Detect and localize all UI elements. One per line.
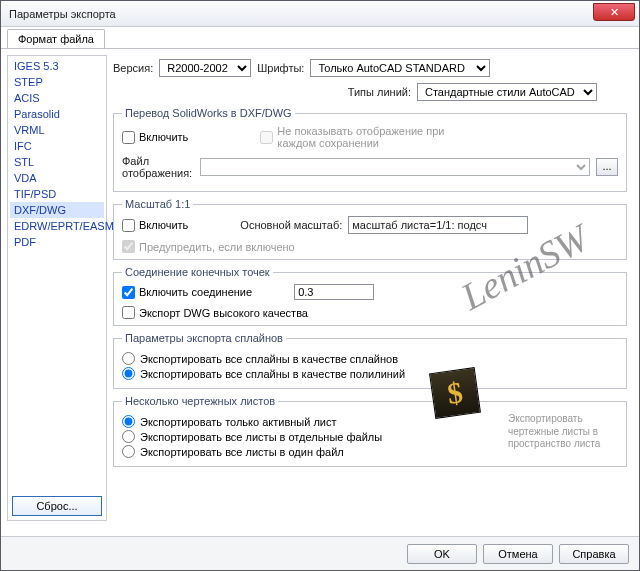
sheets-active-only-radio[interactable]: Экспортировать только активный лист: [122, 415, 498, 428]
base-scale-label: Основной масштаб:: [240, 219, 342, 231]
tabstrip: Формат файла: [1, 27, 639, 49]
group-endpoints: Соединение конечных точек Включить соеди…: [113, 266, 627, 326]
titlebar: Параметры экспорта ✕: [1, 1, 639, 27]
sidebar-item-vda[interactable]: VDA: [10, 170, 104, 186]
scale-warn-checkbox: Предупредить, если включено: [122, 240, 618, 253]
format-list: IGES 5.3STEPACISParasolidVRMLIFCSTLVDATI…: [8, 56, 106, 492]
group-endpoints-legend: Соединение конечных точек: [122, 266, 273, 278]
group-translate-legend: Перевод SolidWorks в DXF/DWG: [122, 107, 295, 119]
sheets-side-caption: Экспортировать чертежные листы в простра…: [508, 413, 618, 460]
map-file-browse-button[interactable]: ...: [596, 158, 618, 176]
sheets-separate-files-radio[interactable]: Экспортировать все листы в отдельные фай…: [122, 430, 498, 443]
help-button[interactable]: Справка: [559, 544, 629, 564]
linetypes-select[interactable]: Стандартные стили AutoCAD: [417, 83, 597, 101]
version-select[interactable]: R2000-2002: [159, 59, 251, 77]
sidebar-item-step[interactable]: STEP: [10, 74, 104, 90]
sidebar-item-ifc[interactable]: IFC: [10, 138, 104, 154]
endpoints-tolerance-input[interactable]: [294, 284, 374, 300]
scale-enable-checkbox[interactable]: Включить: [122, 219, 188, 232]
group-scale: Масштаб 1:1 Включить Основной масштаб: П…: [113, 198, 627, 260]
window-title: Параметры экспорта: [9, 8, 116, 20]
group-sheets: Несколько чертежных листов Экспортироват…: [113, 395, 627, 467]
sidebar-item-tif-psd[interactable]: TIF/PSD: [10, 186, 104, 202]
ok-button[interactable]: OK: [407, 544, 477, 564]
fonts-select[interactable]: Только AutoCAD STANDARD: [310, 59, 490, 77]
sidebar-item-stl[interactable]: STL: [10, 154, 104, 170]
sidebar-item-iges-5-3[interactable]: IGES 5.3: [10, 58, 104, 74]
map-file-select: [200, 158, 590, 176]
export-options-dialog: Параметры экспорта ✕ Формат файла IGES 5…: [0, 0, 640, 571]
endpoints-hq-checkbox[interactable]: Экспорт DWG высокого качества: [122, 306, 618, 319]
cancel-button[interactable]: Отмена: [483, 544, 553, 564]
group-splines-legend: Параметры экспорта сплайнов: [122, 332, 286, 344]
fonts-label: Шрифты:: [257, 62, 304, 74]
translate-noshow-checkbox: Не показывать отображение при каждом сох…: [260, 125, 447, 149]
group-splines: Параметры экспорта сплайнов Экспортирова…: [113, 332, 627, 389]
main-panel: Версия: R2000-2002 Шрифты: Только AutoCA…: [107, 55, 633, 521]
reset-button[interactable]: Сброс...: [12, 496, 102, 516]
close-button[interactable]: ✕: [593, 3, 635, 21]
group-sheets-legend: Несколько чертежных листов: [122, 395, 278, 407]
sheets-single-file-radio[interactable]: Экспортировать все листы в один файл: [122, 445, 498, 458]
group-scale-legend: Масштаб 1:1: [122, 198, 193, 210]
sidebar-item-acis[interactable]: ACIS: [10, 90, 104, 106]
spline-as-polyline-radio[interactable]: Экспортировать все сплайны в качестве по…: [122, 367, 618, 380]
tab-file-format[interactable]: Формат файла: [7, 29, 105, 48]
sidebar-item-parasolid[interactable]: Parasolid: [10, 106, 104, 122]
sidebar-item-pdf[interactable]: PDF: [10, 234, 104, 250]
group-translate: Перевод SolidWorks в DXF/DWG Включить Не…: [113, 107, 627, 192]
sidebar-item-vrml[interactable]: VRML: [10, 122, 104, 138]
endpoints-enable-checkbox[interactable]: Включить соединение: [122, 286, 252, 299]
version-label: Версия:: [113, 62, 153, 74]
linetypes-label: Типы линий:: [348, 86, 411, 98]
map-file-label: Файл отображения:: [122, 155, 194, 179]
base-scale-select: [348, 216, 528, 234]
sidebar-item-dxf-dwg[interactable]: DXF/DWG: [10, 202, 104, 218]
sidebar-item-edrw-eprt-easm[interactable]: EDRW/EPRT/EASM: [10, 218, 104, 234]
dialog-footer: OK Отмена Справка: [1, 536, 639, 570]
spline-as-spline-radio[interactable]: Экспортировать все сплайны в качестве сп…: [122, 352, 618, 365]
translate-enable-checkbox[interactable]: Включить: [122, 131, 188, 144]
format-sidebar: IGES 5.3STEPACISParasolidVRMLIFCSTLVDATI…: [7, 55, 107, 521]
